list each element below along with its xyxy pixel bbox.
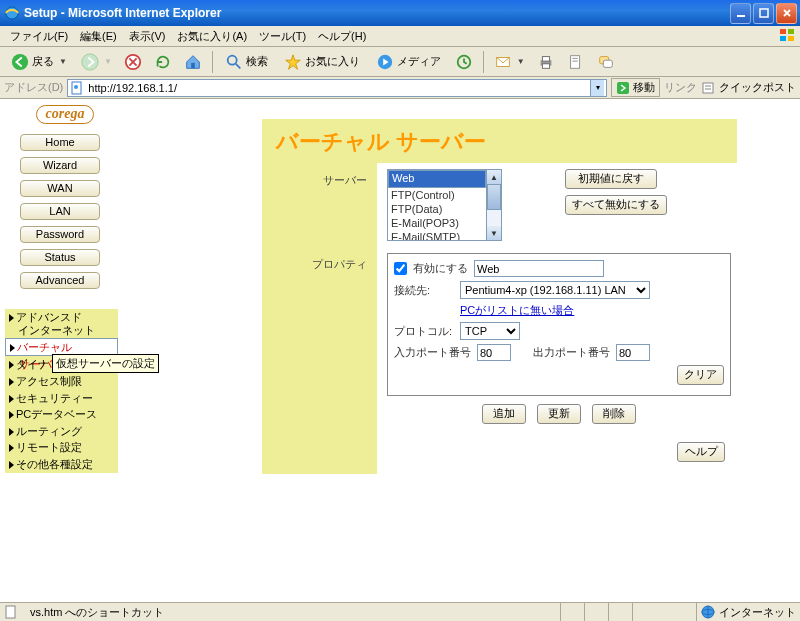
- nav-home[interactable]: Home: [20, 134, 100, 151]
- menu-help[interactable]: ヘルプ(H): [312, 27, 372, 46]
- status-sep: [637, 603, 697, 621]
- menu-file[interactable]: ファイル(F): [4, 27, 74, 46]
- submenu-item[interactable]: ルーティング: [5, 423, 118, 440]
- server-option[interactable]: FTP(Data): [388, 202, 486, 216]
- scrollbar[interactable]: ▲ ▼: [487, 169, 502, 241]
- triangle-icon: [9, 314, 14, 322]
- server-list-wrap: WebFTP(Control)FTP(Data)E-Mail(POP3)E-Ma…: [387, 169, 502, 241]
- search-label: 検索: [246, 54, 268, 69]
- zone-label: インターネット: [719, 605, 796, 620]
- nav-wan[interactable]: WAN: [20, 180, 100, 197]
- scroll-track[interactable]: [487, 184, 501, 226]
- nav-status[interactable]: Status: [20, 249, 100, 266]
- menu-tools[interactable]: ツール(T): [253, 27, 312, 46]
- server-side-buttons: 初期値に戻す すべて無効にする: [565, 169, 667, 221]
- discuss-button[interactable]: [592, 50, 620, 74]
- nav-advanced[interactable]: Advanced: [20, 272, 100, 289]
- scroll-up-button[interactable]: ▲: [487, 170, 501, 184]
- add-button[interactable]: 追加: [482, 404, 526, 424]
- refresh-icon: [154, 53, 172, 71]
- server-option[interactable]: Web: [388, 170, 486, 188]
- submenu-item[interactable]: リモート設定: [5, 439, 118, 456]
- print-icon: [537, 53, 555, 71]
- search-icon: [225, 53, 243, 71]
- pc-not-in-list-link[interactable]: PCがリストに無い場合: [460, 303, 574, 318]
- menu-favorites[interactable]: お気に入り(A): [171, 27, 253, 46]
- menu-view[interactable]: 表示(V): [123, 27, 172, 46]
- help-button[interactable]: ヘルプ: [677, 442, 725, 462]
- server-name-input[interactable]: [474, 260, 604, 277]
- server-listbox[interactable]: WebFTP(Control)FTP(Data)E-Mail(POP3)E-Ma…: [387, 169, 487, 241]
- mail-button[interactable]: ▼: [489, 50, 530, 74]
- chevron-down-icon: ▼: [59, 57, 67, 66]
- triangle-icon: [10, 344, 15, 352]
- print-button[interactable]: [532, 50, 560, 74]
- favorites-label: お気に入り: [305, 54, 360, 69]
- svg-rect-30: [6, 606, 15, 618]
- svg-line-12: [236, 63, 241, 68]
- links-label[interactable]: リンク: [664, 80, 697, 95]
- media-button[interactable]: メディア: [369, 50, 448, 74]
- inport-input[interactable]: [477, 344, 511, 361]
- toolbar: 戻る ▼ ▼ 検索 お気に入り メディア ▼: [0, 47, 800, 77]
- url-box[interactable]: ▾: [67, 79, 607, 97]
- address-label: アドレス(D): [4, 80, 63, 95]
- status-sep: [565, 603, 585, 621]
- maximize-button[interactable]: [753, 3, 774, 24]
- enable-label: 有効にする: [413, 261, 468, 276]
- svg-rect-23: [603, 60, 612, 67]
- server-option[interactable]: E-Mail(SMTP): [388, 230, 486, 241]
- enable-checkbox[interactable]: [394, 262, 407, 275]
- stop-button[interactable]: [119, 50, 147, 74]
- window-titlebar: Setup - Microsoft Internet Explorer: [0, 0, 800, 26]
- back-button[interactable]: 戻る ▼: [4, 50, 74, 74]
- go-button[interactable]: 移動: [611, 78, 660, 97]
- media-icon: [376, 53, 394, 71]
- submenu-tooltip: 仮想サーバーの設定: [52, 354, 159, 373]
- forward-button[interactable]: ▼: [76, 50, 117, 74]
- favorites-button[interactable]: お気に入り: [277, 50, 367, 74]
- search-button[interactable]: 検索: [218, 50, 275, 74]
- update-button[interactable]: 更新: [537, 404, 581, 424]
- connection-select[interactable]: Pentium4-xp (192.168.1.11) LAN: [460, 281, 650, 299]
- submenu-item[interactable]: PCデータベース: [5, 406, 118, 423]
- edit-button[interactable]: [562, 50, 590, 74]
- submenu-item[interactable]: アクセス制限: [5, 373, 118, 390]
- address-bar: アドレス(D) ▾ 移動 リンク クイックポスト: [0, 77, 800, 99]
- advanced-submenu: アドバンスド インターネットバーチャル サーバダイナミックDNSアクセス制限セキ…: [5, 309, 118, 473]
- submenu-item[interactable]: セキュリティー: [5, 390, 118, 407]
- status-sep: [613, 603, 633, 621]
- scroll-thumb[interactable]: [487, 184, 501, 210]
- scroll-down-button[interactable]: ▼: [487, 226, 501, 240]
- url-input[interactable]: [88, 81, 586, 95]
- refresh-button[interactable]: [149, 50, 177, 74]
- reset-defaults-button[interactable]: 初期値に戻す: [565, 169, 657, 189]
- clear-button[interactable]: クリア: [677, 365, 724, 385]
- close-button[interactable]: [776, 3, 797, 24]
- toolbar-separator: [483, 51, 484, 73]
- page-icon: [70, 81, 84, 95]
- nav-wizard[interactable]: Wizard: [20, 157, 100, 174]
- properties-box: 有効にする 接続先: Pentium4-xp (192.168.1.11) LA…: [387, 253, 731, 396]
- url-dropdown-button[interactable]: ▾: [590, 80, 604, 96]
- svg-point-7: [12, 53, 28, 69]
- protocol-select[interactable]: TCP: [460, 322, 520, 340]
- history-button[interactable]: [450, 50, 478, 74]
- triangle-icon: [9, 411, 14, 419]
- nav-password[interactable]: Password: [20, 226, 100, 243]
- disable-all-button[interactable]: すべて無効にする: [565, 195, 667, 215]
- quickpost-label[interactable]: クイックポスト: [719, 80, 796, 95]
- svg-point-25: [74, 85, 78, 89]
- submenu-item[interactable]: その他各種設定: [5, 456, 118, 473]
- nav-lan[interactable]: LAN: [20, 203, 100, 220]
- minimize-button[interactable]: [730, 3, 751, 24]
- home-button[interactable]: [179, 50, 207, 74]
- delete-button[interactable]: 削除: [592, 404, 636, 424]
- submenu-item[interactable]: アドバンスド インターネット: [5, 309, 118, 338]
- outport-input[interactable]: [616, 344, 650, 361]
- svg-rect-18: [542, 63, 549, 68]
- menu-edit[interactable]: 編集(E): [74, 27, 123, 46]
- svg-rect-6: [788, 36, 794, 41]
- server-option[interactable]: E-Mail(POP3): [388, 216, 486, 230]
- server-option[interactable]: FTP(Control): [388, 188, 486, 202]
